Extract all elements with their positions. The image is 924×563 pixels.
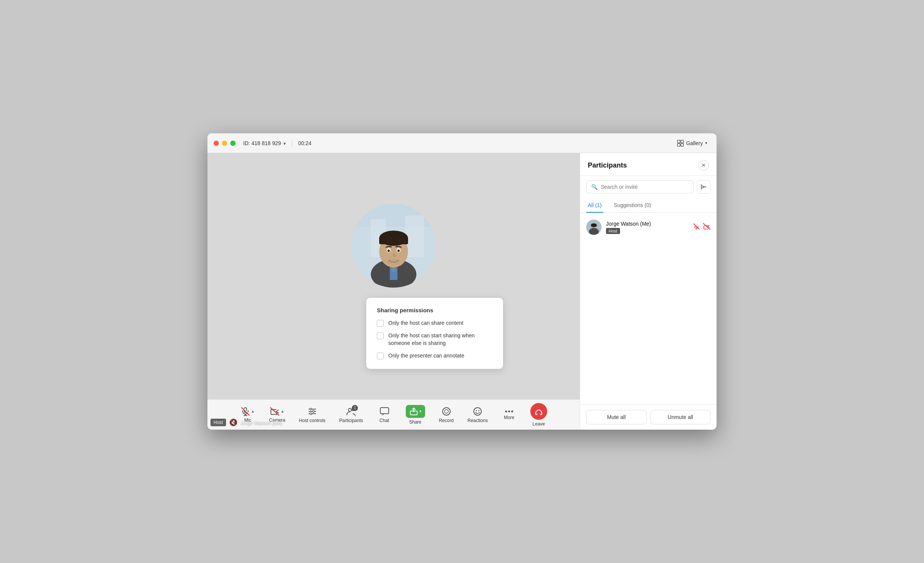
participants-button[interactable]: 1 Participants bbox=[333, 403, 369, 426]
svg-line-50 bbox=[703, 223, 710, 229]
participants-label: Participants bbox=[339, 418, 363, 423]
share-bg: ▾ bbox=[406, 405, 425, 418]
host-badge-overlay: Host bbox=[210, 419, 226, 426]
tabs-row: All (1) Suggestions (0) bbox=[580, 198, 717, 213]
host-controls-button[interactable]: Host controls bbox=[293, 403, 332, 426]
participant-camera-off-icon bbox=[703, 223, 710, 231]
minimize-traffic-light[interactable] bbox=[222, 141, 227, 146]
svg-point-38 bbox=[474, 408, 481, 415]
chat-label: Chat bbox=[380, 418, 389, 423]
share-label: Share bbox=[409, 419, 421, 425]
more-icon bbox=[504, 410, 514, 413]
tab-all[interactable]: All (1) bbox=[586, 198, 603, 213]
host-controls-icon bbox=[307, 406, 317, 416]
record-button[interactable]: Record bbox=[433, 403, 460, 426]
titlebar-right: Gallery ▾ bbox=[674, 138, 710, 148]
mic-icon-group: ▲ bbox=[241, 407, 255, 416]
mic-icon bbox=[241, 407, 250, 416]
app-window: ID: 418 818 929 00:24 Gallery ▾ bbox=[207, 133, 717, 430]
svg-rect-2 bbox=[677, 144, 680, 146]
gallery-button[interactable]: Gallery ▾ bbox=[674, 138, 710, 148]
checkbox-host-start-sharing[interactable] bbox=[377, 332, 384, 339]
controls-icon bbox=[307, 406, 317, 416]
meeting-timer: 00:24 bbox=[298, 140, 312, 146]
chat-button[interactable]: Chat bbox=[371, 403, 398, 426]
close-traffic-light[interactable] bbox=[214, 141, 219, 146]
avatar-image bbox=[352, 204, 435, 288]
record-circle-icon bbox=[441, 406, 451, 416]
participant-name-overlay: Jorge Watson (Me) bbox=[240, 420, 282, 425]
reactions-label: Reactions bbox=[468, 418, 488, 423]
three-dots-icon bbox=[504, 410, 514, 413]
close-panel-button[interactable]: ✕ bbox=[698, 160, 709, 171]
invite-button[interactable] bbox=[697, 180, 710, 194]
host-badge: Host bbox=[606, 228, 620, 234]
panel-header: Participants ✕ bbox=[580, 153, 717, 176]
participant-video bbox=[352, 204, 435, 288]
svg-point-21 bbox=[387, 259, 400, 265]
muted-overlay-icon: 🔇 bbox=[229, 418, 237, 427]
share-button[interactable]: ▾ Share bbox=[400, 402, 431, 428]
svg-point-19 bbox=[388, 250, 390, 252]
svg-point-31 bbox=[310, 413, 312, 414]
checkbox-label-3: Only the presenter can annotate bbox=[388, 352, 464, 360]
meeting-id-chevron[interactable] bbox=[283, 140, 286, 146]
record-icon bbox=[441, 406, 451, 416]
participants-icon-group: 1 bbox=[346, 406, 356, 416]
host-controls-label: Host controls bbox=[299, 418, 326, 423]
participants-count-badge: 1 bbox=[352, 405, 358, 411]
svg-point-36 bbox=[443, 408, 450, 415]
participant-item: Jorge Watson (Me) Host bbox=[580, 216, 717, 239]
chat-icon bbox=[380, 406, 389, 416]
camera-icon-group: ▲ bbox=[270, 407, 284, 416]
participants-panel: Participants ✕ 🔍 All (1) Suggestions (0) bbox=[580, 153, 717, 430]
svg-rect-3 bbox=[681, 144, 684, 146]
checkbox-item-3: Only the presenter can annotate bbox=[377, 352, 492, 360]
host-overlay: Host 🔇 Jorge Watson (Me) bbox=[210, 418, 282, 427]
chat-bubble-icon bbox=[380, 406, 389, 416]
unmute-all-button[interactable]: Unmute all bbox=[650, 410, 711, 424]
panel-title: Participants bbox=[588, 161, 627, 169]
svg-point-40 bbox=[478, 410, 479, 411]
more-button[interactable]: More bbox=[495, 406, 523, 423]
sharing-permissions-popup: Sharing permissions Only the host can sh… bbox=[366, 298, 503, 369]
video-main: Sharing permissions Only the host can sh… bbox=[207, 153, 580, 399]
tab-suggestions[interactable]: Suggestions (0) bbox=[612, 198, 653, 213]
share-dropdown-arrow[interactable]: ▾ bbox=[419, 409, 421, 413]
reactions-icon bbox=[473, 406, 483, 416]
reactions-button[interactable]: Reactions bbox=[462, 403, 494, 426]
meeting-id[interactable]: ID: 418 818 929 bbox=[243, 140, 286, 146]
gallery-icon bbox=[677, 140, 684, 147]
svg-rect-0 bbox=[677, 140, 680, 143]
camera-arrow[interactable]: ▲ bbox=[280, 409, 284, 413]
svg-point-41 bbox=[505, 410, 507, 412]
search-icon: 🔍 bbox=[591, 184, 598, 190]
svg-point-20 bbox=[397, 250, 400, 252]
participant-list: Jorge Watson (Me) Host bbox=[580, 213, 717, 404]
muted-mic-icon bbox=[693, 223, 700, 230]
divider bbox=[292, 139, 292, 147]
search-row: 🔍 bbox=[580, 176, 717, 198]
svg-rect-1 bbox=[681, 140, 684, 143]
mic-arrow[interactable]: ▲ bbox=[251, 409, 255, 413]
panel-bottom-actions: Mute all Unmute all bbox=[580, 404, 717, 430]
checkbox-presenter-annotate[interactable] bbox=[377, 353, 384, 359]
camera-off-icon-svg bbox=[703, 223, 710, 230]
svg-point-46 bbox=[591, 223, 597, 227]
leave-label: Leave bbox=[533, 421, 545, 427]
leave-button[interactable]: Leave bbox=[524, 400, 553, 430]
svg-point-37 bbox=[445, 410, 448, 413]
checkbox-item-2: Only the host can start sharing when som… bbox=[377, 332, 492, 347]
svg-point-43 bbox=[511, 410, 513, 412]
main-content: Sharing permissions Only the host can sh… bbox=[207, 153, 717, 430]
checkbox-host-share[interactable] bbox=[377, 320, 384, 327]
checkbox-label-2: Only the host can start sharing when som… bbox=[388, 332, 492, 347]
maximize-traffic-light[interactable] bbox=[230, 141, 236, 146]
titlebar: ID: 418 818 929 00:24 Gallery ▾ bbox=[207, 133, 717, 153]
record-label: Record bbox=[439, 418, 454, 423]
more-label: More bbox=[504, 415, 514, 420]
search-input[interactable] bbox=[601, 184, 689, 190]
mute-all-button[interactable]: Mute all bbox=[586, 410, 647, 424]
share-invite-icon bbox=[701, 184, 707, 190]
svg-point-32 bbox=[348, 408, 351, 411]
